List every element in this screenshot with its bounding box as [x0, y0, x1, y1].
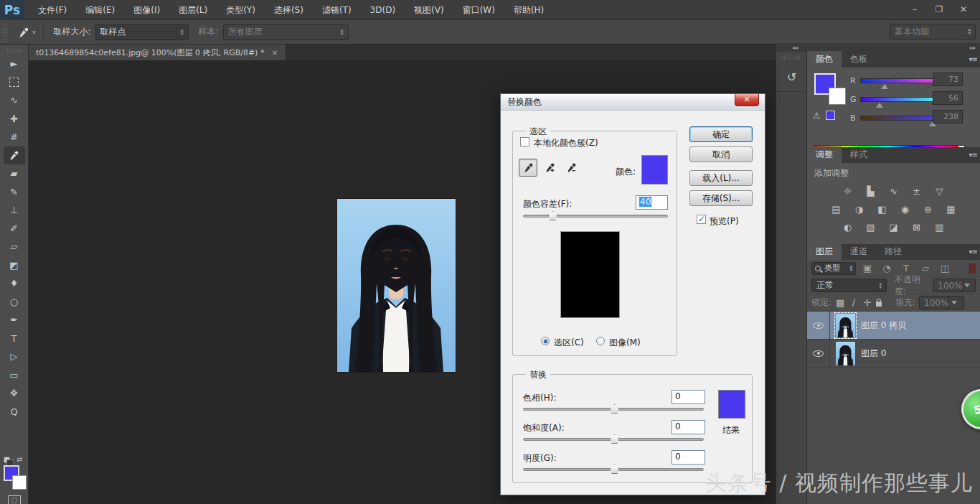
menu-edit[interactable]: 编辑(E) — [76, 0, 124, 20]
move-tool[interactable]: ► — [4, 55, 25, 73]
gamut-swatch[interactable] — [826, 111, 835, 120]
dialog-close-button[interactable]: ✕ — [735, 94, 759, 106]
hue-slider[interactable] — [523, 408, 704, 411]
menu-help[interactable]: 帮助(H) — [504, 0, 553, 20]
preview-checkbox[interactable] — [697, 215, 706, 224]
pen-tool[interactable]: ✒ — [4, 311, 25, 330]
cancel-button[interactable]: 取消 — [689, 146, 753, 162]
tab-layers[interactable]: 图层 — [807, 243, 842, 260]
type-tool[interactable]: T — [4, 330, 25, 348]
invert-icon[interactable]: ◐ — [840, 220, 856, 233]
levels-icon[interactable]: ▙ — [863, 185, 879, 197]
fuzziness-slider[interactable] — [523, 215, 668, 218]
posterize-icon[interactable]: ▧ — [863, 220, 879, 233]
layer-thumbnail[interactable] — [836, 314, 855, 337]
lightness-slider[interactable] — [523, 468, 704, 471]
preview-image-radio[interactable] — [596, 337, 605, 345]
panel-menu-icon[interactable]: ▾≡ — [969, 151, 977, 159]
panel-menu-icon[interactable]: ▾≡ — [969, 248, 977, 256]
selected-color-swatch[interactable] — [641, 155, 668, 185]
blend-mode-dropdown[interactable]: 正常 ▴▾ — [811, 279, 887, 292]
vibrance-icon[interactable]: ▽ — [932, 185, 948, 197]
ok-button[interactable]: 确定 — [689, 126, 753, 142]
green-slider-thumb[interactable] — [876, 103, 883, 108]
quick-mask-button[interactable] — [8, 495, 21, 504]
eyedropper-add-button[interactable] — [540, 159, 559, 177]
collapse-dock-icon[interactable]: ◂◂ — [792, 45, 798, 51]
eyedropper-sample-button[interactable] — [519, 159, 537, 177]
tab-color[interactable]: 颜色 — [807, 51, 842, 67]
menu-window[interactable]: 窗口(W) — [453, 0, 504, 20]
red-channel-value[interactable]: 73 — [933, 73, 963, 86]
blur-tool[interactable]: ♦ — [4, 274, 25, 293]
black-white-icon[interactable]: ◧ — [875, 202, 890, 215]
visibility-eye-icon[interactable] — [813, 350, 824, 357]
panel-menu-icon[interactable]: ▾≡ — [969, 55, 977, 63]
threshold-icon[interactable]: ◪ — [886, 220, 902, 233]
minimize-button[interactable]: – — [903, 1, 927, 17]
background-color-swatch-panel[interactable] — [829, 88, 846, 105]
gradient-tool[interactable]: ◩ — [4, 256, 25, 275]
blue-channel-slider[interactable] — [860, 116, 939, 121]
color-balance-icon[interactable]: ◑ — [852, 202, 867, 215]
filtering-toggle[interactable] — [969, 263, 976, 274]
menu-filter[interactable]: 滤镜(T) — [313, 0, 361, 20]
lock-transparent-icon[interactable]: ▩ — [835, 297, 845, 309]
menu-file[interactable]: 文件(F) — [29, 0, 76, 20]
restore-button[interactable]: ❐ — [927, 1, 951, 17]
menu-type[interactable]: 类型(Y) — [217, 0, 265, 20]
layer-name[interactable]: 图层 0 拷贝 — [861, 319, 906, 332]
workspace-switcher[interactable]: 基本功能 ▴▾ — [890, 24, 976, 39]
lightness-input[interactable]: 0 — [672, 450, 705, 465]
document-image-portrait[interactable] — [337, 199, 456, 372]
expand-dock-icon[interactable]: ▸▸ — [970, 45, 976, 51]
menu-layer[interactable]: 图层(L) — [169, 0, 217, 20]
close-button[interactable]: ✕ — [951, 1, 976, 17]
menu-select[interactable]: 选择(S) — [265, 0, 313, 20]
shape-tool[interactable]: ▭ — [4, 366, 25, 385]
green-channel-value[interactable]: 56 — [933, 91, 963, 105]
zoom-tool[interactable]: Q — [4, 403, 25, 421]
lasso-tool[interactable]: ∿ — [4, 91, 25, 110]
gamut-warning-icon[interactable]: ⚠ — [813, 111, 821, 121]
crop-tool[interactable]: # — [4, 128, 25, 146]
channel-mixer-icon[interactable]: ⊕ — [920, 202, 936, 215]
sample-size-dropdown[interactable]: 取样点 ▴▾ — [95, 24, 189, 40]
clone-stamp-tool[interactable]: ⊥ — [4, 201, 25, 220]
localized-clusters-checkbox[interactable] — [520, 137, 529, 146]
preview-selection-radio[interactable] — [541, 337, 550, 345]
path-selection-tool[interactable]: ▷ — [4, 347, 25, 366]
result-color-swatch[interactable] — [718, 390, 745, 419]
dodge-tool[interactable]: ○ — [4, 293, 25, 312]
swap-colors-icon[interactable]: ⇄ — [17, 455, 22, 463]
load-button[interactable]: 载入(L)... — [689, 170, 753, 186]
brush-tool[interactable]: ✎ — [4, 183, 25, 202]
menu-3d[interactable]: 3D(D) — [361, 0, 405, 20]
filter-adjustment-layers-icon[interactable]: ◔ — [879, 262, 895, 275]
eraser-tool[interactable]: ▱ — [4, 238, 25, 256]
red-slider-thumb[interactable] — [881, 84, 888, 89]
history-brush-tool[interactable]: ✐ — [4, 220, 25, 238]
tab-styles[interactable]: 样式 — [842, 146, 876, 163]
hue-saturation-icon[interactable]: ▤ — [829, 202, 844, 215]
healing-brush-tool[interactable]: ▰ — [4, 164, 25, 183]
eyedropper-tool[interactable] — [4, 146, 25, 165]
filter-smart-objects-icon[interactable]: ◫ — [937, 262, 953, 275]
brightness-contrast-icon[interactable]: ☼ — [840, 185, 856, 197]
history-panel-button[interactable]: ↺ — [776, 63, 807, 92]
tab-channels[interactable]: 通道 — [842, 243, 876, 260]
exposure-icon[interactable]: ± — [909, 185, 925, 197]
layer-row-copy[interactable]: 图层 0 拷贝 — [807, 312, 980, 340]
tab-swatches[interactable]: 色板 — [842, 51, 876, 67]
fuzziness-input[interactable]: 40 — [636, 195, 668, 210]
marquee-tool[interactable] — [4, 73, 25, 92]
selective-color-icon[interactable]: ⊠ — [909, 220, 925, 233]
hand-tool[interactable]: ✥ — [4, 384, 25, 403]
visibility-eye-icon[interactable] — [813, 322, 824, 329]
default-colors-icon[interactable] — [4, 457, 10, 463]
tab-close-icon[interactable]: × — [271, 48, 278, 57]
blue-channel-value[interactable]: 238 — [933, 110, 963, 123]
lock-all-icon[interactable] — [876, 302, 882, 307]
layer-thumbnail[interactable] — [836, 342, 855, 365]
color-lookup-icon[interactable]: ▦ — [943, 202, 959, 215]
